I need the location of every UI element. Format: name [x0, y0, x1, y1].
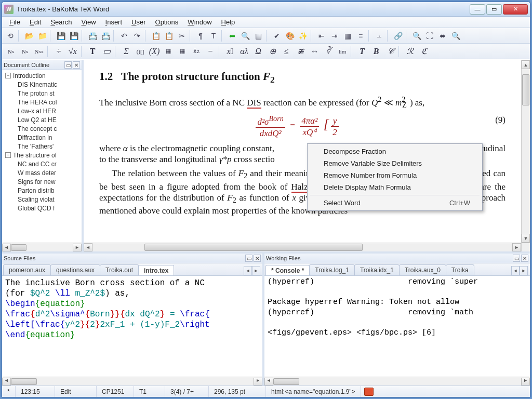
outline-item[interactable]: Signs for new	[2, 177, 82, 186]
outline-item[interactable]: Diffraction in	[2, 133, 82, 142]
tab-nav-icon[interactable]: ◄	[511, 266, 520, 275]
context-menu-item[interactable]: Select WordCtrl+W	[309, 197, 481, 209]
outline-item[interactable]: W mass deter	[2, 168, 82, 177]
paren2-icon[interactable]: (X)	[148, 45, 161, 58]
goto-icon[interactable]: ▦	[252, 30, 264, 42]
neq-icon[interactable]: ≇	[294, 45, 307, 58]
lim-icon[interactable]: lim	[336, 45, 349, 58]
fit-icon[interactable]: ⛶	[423, 30, 436, 42]
oplus-icon[interactable]: ⊕	[265, 45, 279, 58]
overline-icon[interactable]: x̄z	[190, 45, 203, 58]
copy-icon[interactable]: 📋	[150, 30, 162, 42]
tab[interactable]: Troika.log_1	[309, 264, 355, 275]
para-icon[interactable]: ¶	[194, 30, 207, 42]
outline-item[interactable]: −The structure of	[2, 151, 82, 159]
sqrt-icon[interactable]: √x	[66, 45, 79, 58]
outline-item[interactable]: Low Q2 at HE	[2, 115, 82, 124]
omega-icon[interactable]: Ω	[251, 45, 265, 58]
menu-insert[interactable]: Insert	[101, 17, 127, 27]
forall-icon[interactable]: ∛	[322, 45, 335, 58]
zoomin-icon[interactable]: 🔍	[449, 30, 462, 42]
context-menu-item[interactable]: Delete Display Math Formula	[309, 181, 481, 193]
save-icon[interactable]: 💾	[55, 30, 67, 42]
outline-hscroll[interactable]: ◄►	[2, 243, 82, 251]
link-icon[interactable]: 🔗	[392, 30, 404, 42]
outline-item[interactable]: NC and CC cr	[2, 159, 82, 168]
vec-icon[interactable]: x⃗	[223, 45, 237, 58]
cut-icon[interactable]: ✂	[176, 30, 188, 42]
source-close-icon[interactable]: ✕	[254, 255, 261, 262]
menu-options[interactable]: Options	[151, 17, 183, 27]
outline-item[interactable]: Scaling violat	[2, 195, 82, 204]
outline-item[interactable]: Global QCD f	[2, 204, 82, 212]
box-icon[interactable]: ▭	[100, 45, 113, 58]
tab[interactable]: Troika.aux_0	[399, 264, 446, 275]
open-icon[interactable]: 📂	[23, 30, 35, 42]
outdent-icon[interactable]: ⇥	[328, 30, 341, 42]
doc-hscroll[interactable]: ◄►	[84, 243, 521, 251]
source-hscroll[interactable]: ◄►	[2, 377, 262, 385]
Cfrak-icon[interactable]: ℭ	[417, 45, 431, 58]
working-pin-icon[interactable]: ▭	[513, 255, 520, 262]
tab-nav-icon[interactable]: ►	[520, 266, 528, 275]
palette-icon[interactable]: 🎨	[284, 30, 296, 42]
tab-nav-icon[interactable]: ►	[252, 266, 260, 275]
R-icon[interactable]: ℛ	[403, 45, 417, 58]
find-icon[interactable]: 🔍	[239, 30, 251, 42]
paste-icon[interactable]: 📋	[163, 30, 175, 42]
menu-edit[interactable]: Edit	[25, 17, 45, 27]
list-icon[interactable]: ≡	[354, 30, 367, 42]
frac-icon[interactable]: ÷	[52, 45, 65, 58]
outline-item[interactable]: DIS Kinematic	[2, 80, 82, 89]
tab[interactable]: Troika.out	[100, 264, 139, 275]
saveall-icon[interactable]: 💾	[68, 30, 80, 42]
matrix2-icon[interactable]: ▦	[176, 45, 189, 58]
outline-pin-icon[interactable]: ▭	[64, 61, 72, 69]
back-icon[interactable]: ⬅	[226, 30, 238, 42]
supsub-icon[interactable]: Nxx	[32, 45, 46, 58]
context-menu-item[interactable]: Remove Variable Size Delimiters	[309, 157, 481, 169]
equation[interactable]: (9) d²σBorndxdQ² = 4πα²xQ⁴ [ y2	[99, 114, 506, 139]
tab[interactable]: intro.tex	[138, 265, 174, 276]
indent-icon[interactable]: ⇤	[315, 30, 328, 42]
menu-search[interactable]: Search	[46, 17, 76, 27]
menu-window[interactable]: Window	[183, 17, 216, 27]
minus-icon[interactable]: −	[204, 45, 217, 58]
working-close-icon[interactable]: ✕	[521, 255, 528, 262]
outline-tree[interactable]: −IntroductionDIS KinematicThe proton stT…	[2, 70, 82, 243]
zoomout-icon[interactable]: 🔍	[410, 30, 423, 42]
outline-item[interactable]: The proton st	[2, 89, 82, 98]
outline-item[interactable]: The concept c	[2, 124, 82, 133]
table-icon[interactable]: ▦	[341, 30, 354, 42]
tree-collapse-icon[interactable]: −	[5, 152, 11, 158]
C-icon[interactable]: 𝒞	[383, 45, 397, 58]
menu-view[interactable]: View	[77, 17, 100, 27]
sup-icon[interactable]: Nx	[4, 45, 18, 58]
tab-nav-icon[interactable]: ◄	[244, 266, 252, 275]
tab[interactable]: * Console *	[265, 265, 310, 276]
console-output[interactable]: (hyperref) removing `super Package hyper…	[264, 276, 530, 385]
tree-collapse-icon[interactable]: −	[5, 73, 11, 78]
undo-icon[interactable]: ↶	[118, 30, 130, 42]
sub-icon[interactable]: Nx	[18, 45, 32, 58]
export-icon[interactable]: 📇	[99, 30, 112, 42]
align-icon[interactable]: ⫠	[373, 30, 385, 42]
tab[interactable]: pomeron.aux	[3, 264, 51, 275]
context-menu-item[interactable]: Remove Number from Formula	[309, 169, 481, 181]
arrow-icon[interactable]: ↔	[308, 45, 321, 58]
bold-t-icon[interactable]: T	[86, 45, 99, 58]
outline-item[interactable]: Low-x at HER	[2, 107, 82, 115]
source-pin-icon[interactable]: ▭	[245, 255, 252, 262]
outline-item[interactable]: The 'Fathers'	[2, 142, 82, 151]
close-button[interactable]: ✕	[503, 4, 528, 15]
refresh-icon[interactable]: ⟲	[4, 30, 17, 42]
outline-item[interactable]: Parton distrib	[2, 186, 82, 195]
tab[interactable]: questions.aux	[50, 264, 100, 275]
status-indicator-icon[interactable]	[364, 388, 374, 396]
matrix-icon[interactable]: ▦	[162, 45, 175, 58]
doc-vscroll[interactable]: ▲▼	[521, 60, 530, 243]
context-menu-item[interactable]: Decompose Fraction	[309, 145, 481, 157]
tab[interactable]: Troika	[446, 264, 474, 275]
minimize-button[interactable]: ―	[470, 4, 485, 15]
sigma-icon[interactable]: Σ	[119, 45, 133, 58]
